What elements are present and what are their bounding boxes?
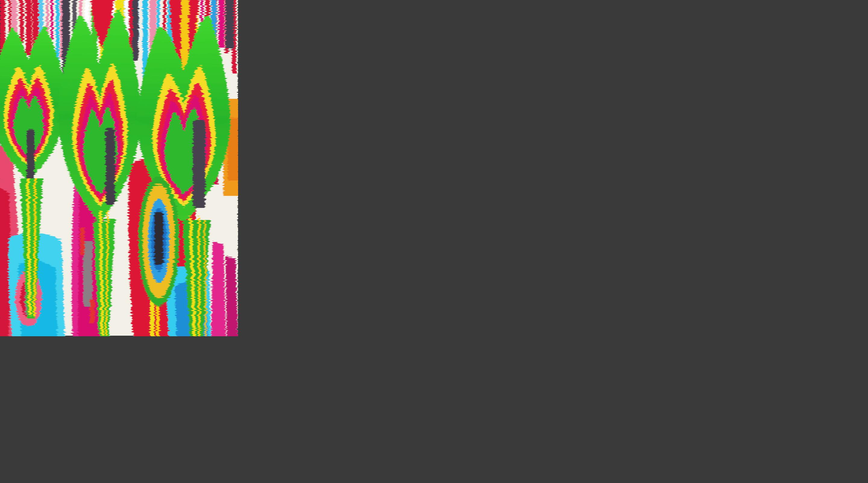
document-image — [0, 0, 238, 336]
